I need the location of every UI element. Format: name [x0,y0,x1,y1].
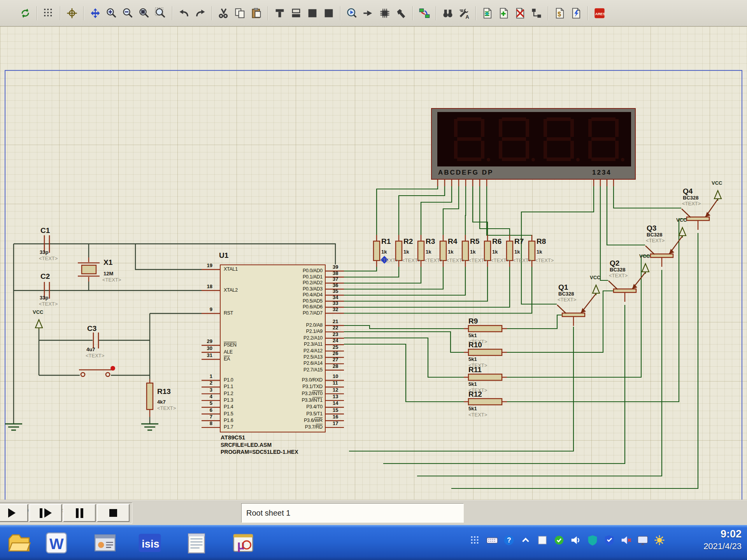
wire[interactable] [349,327,573,451]
wire[interactable] [344,344,464,402]
button-terminal[interactable] [106,373,110,376]
taskbar-clock[interactable]: 9:02 2021/4/23 [703,528,742,551]
tray-hide-icons-arrow[interactable] [520,534,531,548]
sim-pause-button[interactable] [63,504,96,522]
pin-label: P2.3/A11 [304,341,323,347]
tray-pc-green[interactable] [553,534,565,548]
isis-logo-icon: isis [138,531,162,555]
resistor-R12[interactable] [468,399,502,405]
wire[interactable] [344,332,464,352]
taskbar-proteus-isis-button[interactable]: µ [230,528,257,558]
resistor-value: 1k [403,249,409,255]
pin-number: 39 [333,264,338,270]
pin-label: P2.0/A8 [306,322,323,328]
tray-shield-teal[interactable] [587,534,598,548]
capacitor-value: 4u7 [86,346,95,352]
capacitor-ref: C3 [87,324,96,333]
resistor-text: <TEXT> [446,257,465,263]
resistor-R13[interactable] [147,383,153,410]
p0-wire[interactable] [344,267,443,289]
pin-number: 34 [333,294,338,300]
taskbar-word-w-button[interactable]: W [43,528,70,558]
tray-keyboard[interactable] [486,534,498,548]
play-icon [8,508,16,518]
pin-number: 22 [333,325,338,331]
p0-wire[interactable] [344,267,377,271]
taskbar-system-window-button[interactable] [91,528,119,558]
capacitor-value: 33p [40,295,48,301]
sim-stop-button[interactable] [97,504,130,522]
segment-wire[interactable] [465,186,466,235]
segment-wire[interactable] [443,186,459,235]
transistor-text: <TEXT> [609,273,628,278]
tray-display-monitor[interactable] [637,534,649,548]
tray-audio-muted[interactable] [620,534,632,548]
tray-handle-dots-icon [470,534,481,546]
sim-play-button[interactable] [0,504,28,522]
tray-weather-sun[interactable] [654,534,665,548]
capacitor-text: <TEXT> [39,301,58,307]
segment-wire[interactable] [377,186,438,235]
resistor-ref: R1 [381,237,391,246]
wire[interactable] [614,186,681,208]
p0-wire[interactable] [344,267,532,313]
pin-label: P1.1 [224,384,233,389]
wire[interactable] [344,326,464,329]
segment-wire[interactable] [421,186,452,235]
wire[interactable] [507,315,562,329]
wire[interactable] [607,186,645,245]
shield-teal-icon [587,534,598,546]
tray-tray-handle-dots[interactable] [470,534,481,548]
resistor-text: <TEXT> [424,257,443,263]
taskbar-isis-logo-button[interactable]: isis [136,528,163,558]
u1-srcfile: SRCFILE=LED.ASM [221,442,272,448]
resistor-value: 5k1 [468,356,477,362]
p0-wire[interactable] [344,267,487,301]
resistor-ref: R10 [468,341,482,349]
volume-icon [570,534,582,546]
button-actuator[interactable] [110,366,115,371]
resistor-ref: R4 [448,237,457,246]
transistor-value: BC328 [610,267,625,273]
resistor-text: <TEXT> [535,257,554,263]
resistor-R1[interactable] [374,241,380,261]
pin-number: 37 [333,276,338,282]
pin-label: P0.7/AD7 [303,310,323,316]
p0-wire[interactable] [344,267,421,283]
resistor-R11[interactable] [468,374,502,380]
sim-step-button[interactable] [29,504,62,522]
crystal-value: 12M [103,271,113,276]
vcc-arrow [714,191,721,199]
button-terminal[interactable] [81,373,85,376]
pin-label: P0.4/AD4 [303,292,323,298]
pin-label: P2.2/A10 [303,335,323,341]
word-w-icon: W [44,531,68,555]
root-sheet-field[interactable]: Root sheet 1 [241,503,464,523]
p0-wire[interactable] [344,267,399,277]
wire[interactable] [135,244,202,270]
pin-label: EA [224,356,230,362]
pin-number: 13 [333,394,338,399]
clock-date: 2021/4/23 [703,541,742,551]
wire[interactable] [451,233,698,488]
pin-label: P0.0/AD0 [303,268,323,273]
shield-blue-icon [603,534,615,546]
segment-wire[interactable] [399,186,445,235]
resistor-R9[interactable] [468,326,502,332]
transistor-ref: Q4 [683,187,693,196]
root-sheet-label: Root sheet 1 [246,509,290,518]
pin-number: 19 [207,262,212,268]
pin-number: 1 [210,373,212,379]
tray-shield-blue[interactable] [603,534,615,548]
crystal-X1[interactable] [82,265,96,274]
tray-help-bubble[interactable]: ? [503,534,515,548]
wire[interactable] [14,244,335,264]
tray-white-square[interactable] [537,534,548,548]
segment-wire[interactable] [487,186,532,235]
taskbar-folder-button[interactable] [5,528,33,558]
taskbar-notepad-button[interactable] [183,528,210,558]
resistor-R10[interactable] [468,349,502,355]
pin-label: P3.1/TXD [302,384,323,389]
segment-wire[interactable] [480,186,510,235]
tray-volume[interactable] [570,534,582,548]
